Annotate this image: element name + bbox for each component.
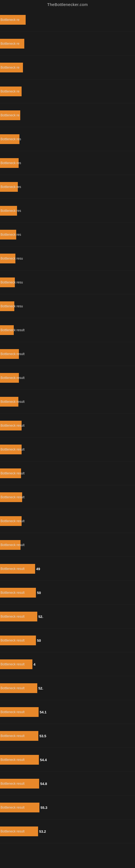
- bar-row: Bottleneck result53.5: [0, 724, 135, 748]
- bar-row: Bottleneck resu: [0, 271, 135, 294]
- bar-label: Bottleneck result: [1, 400, 25, 404]
- bar-value: 52.: [38, 614, 43, 618]
- bar-row: Bottleneck re: [0, 8, 135, 32]
- bar-row: Bottleneck resu: [0, 247, 135, 271]
- bar-label: Bottleneck result: [1, 543, 25, 547]
- bar-label: Bottleneck resu: [1, 304, 23, 308]
- bar-label: Bottleneck res: [1, 137, 21, 141]
- bar-value: 54.1: [40, 710, 46, 714]
- bar-row: Bottleneck result: [0, 509, 135, 533]
- bar-label: Bottleneck result: [1, 424, 25, 428]
- bar-value: 4: [34, 662, 35, 666]
- bar-label: Bottleneck result: [1, 686, 25, 690]
- bar-value: 55.3: [41, 805, 47, 809]
- bar-label: Bottleneck result: [1, 567, 25, 571]
- bar-label: Bottleneck result: [1, 471, 25, 475]
- bar-value: 53.2: [39, 829, 46, 833]
- bar-label: Bottleneck res: [1, 161, 21, 165]
- bar-row: Bottleneck result: [0, 533, 135, 557]
- bar-label: Bottleneck re: [1, 113, 19, 117]
- bar-row: Bottleneck re: [0, 103, 135, 127]
- bar-row: Bottleneck result52.: [0, 604, 135, 628]
- bar-row: Bottleneck result: [0, 366, 135, 390]
- bar-row: Bottleneck result50: [0, 581, 135, 604]
- bar-label: Bottleneck result: [1, 806, 25, 809]
- bar-label: Bottleneck re: [1, 18, 19, 22]
- bar-value: 50: [37, 590, 41, 595]
- site-title: TheBottlenecker.com: [0, 0, 135, 8]
- bar-row: Bottleneck result: [0, 414, 135, 437]
- bar-value: 49: [36, 567, 40, 571]
- bar-row: Bottleneck resu: [0, 294, 135, 318]
- bar-label: Bottleneck result: [1, 830, 25, 833]
- bar-label: Bottleneck res: [1, 209, 21, 213]
- bar-row: Bottleneck result54.1: [0, 700, 135, 724]
- bar-row: Bottleneck re: [0, 32, 135, 56]
- bar-label: Bottleneck res: [1, 233, 21, 237]
- bar-row: Bottleneck result: [0, 390, 135, 414]
- bar-row: Bottleneck result53.2: [0, 819, 135, 843]
- bar-label: Bottleneck result: [1, 639, 25, 642]
- bar-label: Bottleneck result: [1, 734, 25, 738]
- bar-row: Bottleneck result52.: [0, 676, 135, 700]
- bar-row: Bottleneck res: [0, 223, 135, 247]
- bar-row: Bottleneck res: [0, 127, 135, 151]
- bar-label: Bottleneck result: [1, 352, 25, 356]
- bar-value: 53.5: [39, 734, 46, 738]
- bar-value: 54.4: [40, 757, 47, 762]
- bar-label: Bottleneck res: [1, 185, 21, 189]
- bar-row: Bottleneck result: [0, 437, 135, 461]
- bar-row: Bottleneck re: [0, 56, 135, 80]
- bar-label: Bottleneck result: [1, 710, 25, 714]
- bar-label: Bottleneck result: [1, 758, 25, 762]
- bar-row: Bottleneck result: [0, 342, 135, 366]
- chart-area: Bottleneck reBottleneck reBottleneck reB…: [0, 8, 135, 843]
- bar-label: Bottleneck result: [1, 662, 25, 666]
- bar-label: Bottleneck resu: [1, 257, 23, 260]
- bar-label: Bottleneck result: [1, 519, 25, 523]
- bar-row: Bottleneck result54.8: [0, 772, 135, 796]
- bar-row: Bottleneck res: [0, 151, 135, 175]
- bar-value: 52.: [38, 686, 43, 690]
- bar-row: Bottleneck res: [0, 199, 135, 223]
- bar-row: Bottleneck result50: [0, 628, 135, 652]
- bar-label: Bottleneck re: [1, 90, 19, 93]
- bar-label: Bottleneck result: [1, 495, 25, 499]
- bar-label: Bottleneck result: [1, 782, 25, 785]
- bar-value: 54.8: [40, 781, 47, 785]
- bar-row: Bottleneck result54.4: [0, 748, 135, 772]
- bar-label: Bottleneck re: [1, 66, 19, 69]
- bar-value: 50: [37, 638, 41, 642]
- bar-label: Bottleneck result: [1, 615, 25, 618]
- bar-row: Bottleneck result: [0, 461, 135, 485]
- bar-label: Bottleneck result: [1, 328, 25, 332]
- bar-row: Bottleneck result: [0, 318, 135, 342]
- bar-label: Bottleneck re: [1, 42, 19, 45]
- bar-row: Bottleneck result55.3: [0, 796, 135, 819]
- bar-label: Bottleneck result: [1, 447, 25, 452]
- bar-row: Bottleneck result4: [0, 652, 135, 676]
- bar-row: Bottleneck re: [0, 80, 135, 103]
- bar-row: Bottleneck result49: [0, 557, 135, 581]
- bar-label: Bottleneck resu: [1, 280, 23, 284]
- bar-row: Bottleneck result: [0, 485, 135, 509]
- bar-label: Bottleneck result: [1, 591, 25, 595]
- bar-label: Bottleneck result: [1, 376, 25, 380]
- bar-row: Bottleneck res: [0, 175, 135, 199]
